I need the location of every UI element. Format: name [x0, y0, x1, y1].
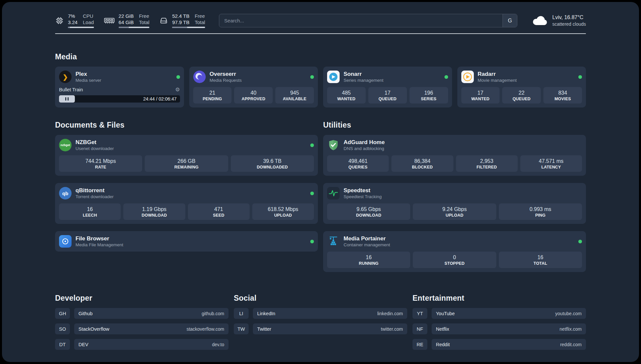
ram-labels: Free Total — [139, 13, 149, 25]
filebrowser-card[interactable]: File Browser Media File Management — [55, 231, 318, 252]
bookmark-linkedin[interactable]: LI LinkedIn linkedin.com — [234, 308, 407, 319]
cpu-percent: 7% — [68, 13, 77, 19]
status-dot — [310, 75, 314, 79]
now-playing-title: Bullet Train — [59, 87, 83, 92]
bookmark-url: reddit.com — [560, 342, 582, 347]
bookmark-sections: Developer GH Github github.com SO StackO… — [55, 294, 586, 362]
bookmark-url: linkedin.com — [377, 311, 403, 316]
app-subtitle: Movie management — [478, 78, 517, 83]
bookmark-name: DEV — [78, 342, 88, 347]
bookmark-abbr: RE — [412, 339, 427, 350]
section-utilities: Utilities — [323, 121, 586, 272]
stat-tile: 47.571 ms LATENCY — [520, 155, 582, 172]
stat-value: 22 — [504, 90, 539, 96]
sonarr-icon — [327, 71, 340, 83]
app-subtitle: Torrent downloader — [76, 194, 114, 199]
stat-label: UPLOAD — [414, 213, 495, 218]
radarr-icon — [461, 71, 474, 83]
stat-label: AVAILABLE — [277, 97, 313, 101]
stat-value: 9.65 Gbps — [328, 206, 409, 212]
stat-label: LATENCY — [522, 165, 581, 169]
bookmark-abbr: NF — [412, 323, 427, 334]
stat-value: 17 — [370, 90, 406, 96]
stat-value: 39.6 TB — [232, 158, 313, 164]
stat-tile: 834 MOVIES — [543, 87, 582, 104]
ram-values: 22 GiB 64 GiB — [119, 13, 134, 25]
stat-label: QUEUED — [504, 97, 539, 101]
bookmark-netflix[interactable]: NF Netflix netflix.com — [412, 323, 586, 334]
stat-value: 1.19 Gbps — [125, 206, 184, 212]
weather-location: Lviv, 16.87°C — [552, 15, 586, 20]
bookmark-stackoverflow[interactable]: SO StackOverflow stackoverflow.com — [55, 323, 229, 334]
section-developer: Developer GH Github github.com SO StackO… — [55, 294, 229, 350]
overseerr-card[interactable]: Overseerr Media Requests 21 PENDING 40 A… — [189, 67, 318, 107]
stat-tile: 21 PENDING — [193, 87, 232, 104]
bookmark-abbr: SO — [55, 323, 70, 334]
stat-label: PING — [500, 213, 581, 218]
stat-tile: 0 STOPPED — [413, 252, 496, 268]
search-input[interactable] — [219, 14, 503, 27]
adguard-card[interactable]: AdGuard Home DNS and adblocking 498,461 … — [323, 135, 586, 176]
stat-label: STOPPED — [414, 261, 495, 266]
section-title-utilities: Utilities — [323, 121, 586, 130]
stat-value: 86,384 — [393, 158, 452, 164]
bookmark-abbr: YT — [412, 308, 427, 319]
stat-value: 196 — [411, 90, 447, 96]
ram-total-label: Total — [139, 19, 149, 25]
stat-value: 16 — [60, 206, 119, 212]
portainer-card[interactable]: Media Portainer Container management 16 … — [323, 231, 586, 272]
sonarr-card[interactable]: Sonarr Series management 485 WANTED 17 Q… — [323, 67, 452, 107]
disk-free-value: 52.4 TB — [172, 13, 189, 19]
stat-value: 21 — [195, 90, 230, 96]
bookmark-abbr: DT — [55, 339, 70, 350]
cpu-chip-icon — [55, 16, 64, 25]
app-name: qBittorrent — [76, 187, 114, 194]
stat-label: QUERIES — [328, 165, 387, 169]
bookmark-url: dev.to — [212, 342, 224, 347]
pause-icon[interactable] — [59, 95, 75, 103]
bookmark-twitter[interactable]: TW Twitter twitter.com — [234, 323, 407, 334]
portainer-crane-icon — [327, 235, 340, 248]
bookmark-github[interactable]: GH Github github.com — [55, 308, 229, 319]
storage-drive-icon — [159, 16, 168, 25]
section-title-entertainment: Entertainment — [412, 294, 586, 303]
bookmark-abbr: GH — [55, 308, 70, 319]
stat-value: 744.21 Mbps — [60, 158, 141, 164]
dashboard: 7% 3.24 CPU Load — [2, 2, 639, 362]
bookmark-name: YouTube — [436, 311, 455, 316]
speedtest-card[interactable]: Speedtest Speedtest Tracking 9.65 Gbps D… — [323, 183, 586, 224]
disk-values: 52.4 TB 97.9 TB — [172, 13, 189, 25]
bookmark-name: StackOverflow — [78, 326, 109, 332]
stat-value: 16 — [500, 254, 581, 260]
stat-tile: 945 AVAILABLE — [275, 87, 314, 104]
stat-label: APPROVED — [235, 97, 271, 101]
bookmark-youtube[interactable]: YT YouTube youtube.com — [412, 308, 586, 319]
radarr-card[interactable]: Radarr Movie management 17 WANTED 22 QUE… — [457, 67, 586, 107]
nzbget-card[interactable]: nzbget NZBGet Usenet downloader 744.21 M… — [55, 135, 318, 176]
search-engine-button[interactable]: G — [503, 14, 517, 27]
playback-progress-bar[interactable]: 24:44 / 02:06:47 — [59, 95, 180, 103]
bookmark-abbr: TW — [234, 323, 249, 334]
plex-card[interactable]: ❯ Plex Media server Bullet Train ⚙ 24:44 — [55, 67, 184, 107]
stat-tile: 266 GB REMAINING — [145, 155, 228, 172]
section-documents: Documents & Files nzbget NZBGet Usenet d… — [55, 121, 318, 272]
stat-label: REMAINING — [146, 165, 227, 169]
gear-icon[interactable]: ⚙ — [175, 86, 180, 93]
app-subtitle: Media server — [76, 78, 101, 83]
app-name: Speedtest — [344, 187, 382, 194]
stat-label: SEED — [189, 213, 248, 218]
stat-value: 0 — [414, 254, 495, 260]
qbittorrent-card[interactable]: qb qBittorrent Torrent downloader 16 LEE… — [55, 183, 318, 224]
disk-usage-bar — [172, 27, 205, 28]
nzbget-icon: nzbget — [59, 139, 72, 151]
ram-monitor: 22 GiB 64 GiB Free Total — [104, 13, 150, 28]
playback-time: 24:44 / 02:06:47 — [143, 96, 176, 102]
bookmark-reddit[interactable]: RE Reddit reddit.com — [412, 339, 586, 350]
ram-usage-bar — [119, 27, 150, 28]
bookmark-url: github.com — [202, 311, 224, 316]
ram-free-value: 22 GiB — [119, 13, 134, 19]
middle-sections: Documents & Files nzbget NZBGet Usenet d… — [55, 121, 586, 272]
stat-value: 498,461 — [328, 158, 387, 164]
cpu-usage-bar — [68, 27, 94, 28]
bookmark-dev[interactable]: DT DEV dev.to — [55, 339, 229, 350]
